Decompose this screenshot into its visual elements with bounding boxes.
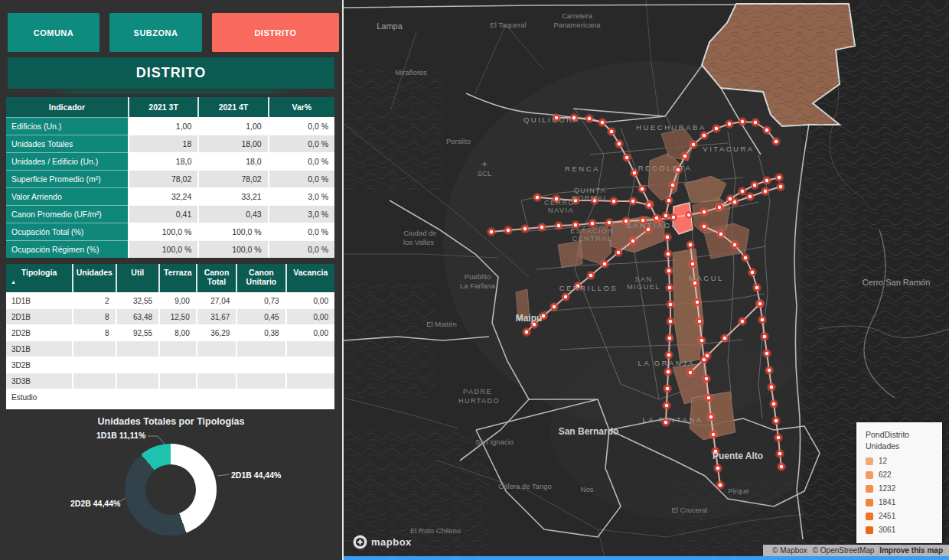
metro-station-icon[interactable] bbox=[688, 243, 693, 248]
metro-station-icon[interactable] bbox=[760, 317, 765, 323]
metro-station-icon[interactable] bbox=[632, 171, 638, 176]
metro-station-icon[interactable] bbox=[589, 273, 594, 278]
metro-station-icon[interactable] bbox=[709, 415, 714, 420]
metro-station-icon[interactable] bbox=[670, 183, 676, 188]
typology-header-5[interactable]: Canon Unitario bbox=[236, 264, 285, 292]
metro-station-icon[interactable] bbox=[665, 235, 670, 240]
metro-station-icon[interactable] bbox=[647, 203, 652, 208]
metro-station-icon[interactable] bbox=[587, 116, 592, 122]
metro-station-icon[interactable] bbox=[765, 178, 770, 184]
metro-station-icon[interactable] bbox=[740, 189, 745, 194]
metro-station-icon[interactable] bbox=[758, 301, 763, 307]
attribution-mapbox-link[interactable]: © Mapbox bbox=[772, 546, 807, 555]
metro-station-icon[interactable] bbox=[763, 189, 768, 194]
metro-station-icon[interactable] bbox=[777, 175, 782, 181]
metro-station-icon[interactable] bbox=[668, 319, 673, 324]
metro-station-icon[interactable] bbox=[607, 220, 612, 226]
metro-station-icon[interactable] bbox=[719, 232, 724, 237]
typology-header-6[interactable]: Vacancia bbox=[285, 264, 334, 292]
metro-station-icon[interactable] bbox=[654, 216, 660, 221]
attribution-osm-link[interactable]: © OpenStreetMap bbox=[813, 546, 875, 555]
metro-station-icon[interactable] bbox=[765, 128, 770, 133]
indicator-row[interactable]: Unidades / Edificio (Un.)18,018,00,0 % bbox=[6, 152, 334, 170]
metro-station-icon[interactable] bbox=[667, 269, 672, 274]
indicator-row[interactable]: Unidades Totales1818,000,0 % bbox=[6, 135, 334, 152]
metro-station-icon[interactable] bbox=[688, 370, 693, 376]
indicator-header-0[interactable]: Indicador bbox=[6, 97, 128, 117]
metro-station-icon[interactable] bbox=[700, 338, 705, 343]
indicator-row[interactable]: Superficie Promedio (m²)78,0278,020,0 % bbox=[6, 170, 334, 187]
level-button-subzona[interactable]: SUBZONA bbox=[109, 13, 202, 52]
metro-station-icon[interactable] bbox=[778, 184, 784, 190]
metro-station-icon[interactable] bbox=[702, 224, 707, 230]
metro-station-icon[interactable] bbox=[740, 119, 745, 125]
metro-station-icon[interactable] bbox=[609, 129, 615, 135]
typology-header-1[interactable]: Unidades bbox=[72, 264, 116, 292]
metro-station-icon[interactable] bbox=[711, 432, 716, 438]
metro-station-icon[interactable] bbox=[718, 483, 723, 488]
indicator-row[interactable]: Edificios (Un.)1,001,000,0 % bbox=[6, 117, 334, 135]
metro-station-icon[interactable] bbox=[590, 221, 595, 226]
typology-row[interactable]: 2D2B892,558,0036,290,380,00 bbox=[6, 324, 334, 340]
typology-row[interactable]: 2D1B863,4812,5031,670,450,00 bbox=[6, 308, 334, 324]
metro-station-icon[interactable] bbox=[617, 142, 622, 147]
metro-station-icon[interactable] bbox=[552, 304, 557, 310]
metro-station-icon[interactable] bbox=[769, 385, 775, 390]
metro-station-icon[interactable] bbox=[774, 139, 779, 145]
metro-station-icon[interactable] bbox=[691, 142, 696, 148]
metro-station-icon[interactable] bbox=[697, 319, 703, 324]
metro-station-icon[interactable] bbox=[778, 451, 783, 457]
metro-station-icon[interactable] bbox=[717, 205, 722, 210]
metro-station-icon[interactable] bbox=[489, 230, 494, 235]
metro-station-icon[interactable] bbox=[702, 133, 707, 138]
mapbox-logo[interactable]: mapbox bbox=[353, 535, 412, 549]
metro-station-icon[interactable] bbox=[666, 370, 671, 375]
indicator-row[interactable]: Ocupación Total (%)100,0 %100,0 %0,0 % bbox=[6, 223, 334, 240]
metro-station-icon[interactable] bbox=[727, 122, 732, 127]
metro-station-icon[interactable] bbox=[631, 199, 636, 204]
indicator-header-3[interactable]: Var% bbox=[268, 97, 334, 117]
metro-station-icon[interactable] bbox=[779, 464, 784, 470]
metro-station-icon[interactable] bbox=[683, 154, 688, 159]
metro-station-icon[interactable] bbox=[695, 300, 700, 305]
metro-station-icon[interactable] bbox=[664, 213, 669, 219]
metro-station-icon[interactable] bbox=[776, 435, 781, 441]
metro-station-icon[interactable] bbox=[728, 197, 733, 202]
metro-station-icon[interactable] bbox=[664, 403, 670, 409]
metro-station-icon[interactable] bbox=[667, 353, 672, 358]
indicator-header-1[interactable]: 2021 3T bbox=[128, 97, 197, 117]
typology-row[interactable]: Estudio bbox=[6, 389, 334, 405]
metro-station-icon[interactable] bbox=[535, 195, 540, 200]
metro-station-icon[interactable] bbox=[750, 270, 755, 275]
metro-station-icon[interactable] bbox=[702, 210, 707, 215]
donut-chart[interactable] bbox=[125, 444, 217, 536]
typology-header-3[interactable]: Terraza bbox=[158, 264, 196, 292]
improve-map-link[interactable]: Improve this map bbox=[879, 546, 943, 555]
metro-station-icon[interactable] bbox=[722, 336, 728, 341]
metro-station-icon[interactable] bbox=[667, 336, 673, 341]
metro-station-icon[interactable] bbox=[755, 285, 760, 291]
metro-station-icon[interactable] bbox=[563, 295, 569, 300]
metro-station-icon[interactable] bbox=[740, 319, 745, 324]
typology-row[interactable]: 3D2B bbox=[6, 357, 334, 373]
metro-station-icon[interactable] bbox=[667, 285, 673, 291]
metro-station-icon[interactable] bbox=[771, 402, 777, 407]
metro-station-icon[interactable] bbox=[752, 183, 758, 188]
typology-header-2[interactable]: Util bbox=[116, 264, 159, 292]
typology-row[interactable]: 3D1B bbox=[6, 340, 334, 357]
typology-header-4[interactable]: Canon Total bbox=[196, 264, 236, 292]
metro-station-icon[interactable] bbox=[767, 368, 772, 373]
metro-station-icon[interactable] bbox=[762, 334, 768, 340]
level-button-distrito[interactable]: DISTRITO bbox=[212, 13, 339, 52]
metro-station-icon[interactable] bbox=[671, 215, 677, 220]
metro-station-icon[interactable] bbox=[743, 256, 748, 261]
indicator-row[interactable]: Valor Arriendo32,2433,213,0 % bbox=[6, 187, 334, 205]
metro-station-icon[interactable] bbox=[704, 376, 709, 382]
metro-station-icon[interactable] bbox=[640, 187, 645, 192]
indicator-header-2[interactable]: 2021 4T bbox=[197, 97, 267, 117]
metro-station-icon[interactable] bbox=[690, 262, 696, 267]
level-button-comuna[interactable]: COMUNA bbox=[8, 13, 99, 52]
typology-row[interactable]: 1D1B232,559,0027,040,730,00 bbox=[6, 292, 334, 308]
typology-header-0[interactable]: Tipología▲ bbox=[6, 264, 72, 292]
map-visual[interactable]: LampaEl TaqueralCarreteraPanamericanaMir… bbox=[342, 0, 949, 560]
